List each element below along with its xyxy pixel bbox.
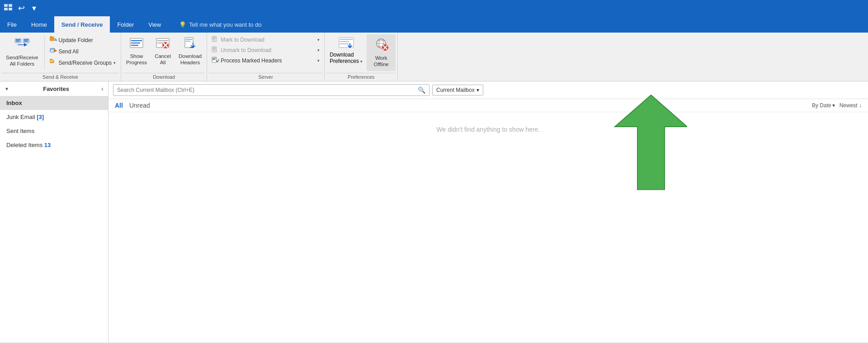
- mark-to-download-arrow: ▾: [317, 38, 320, 42]
- app-icon: [4, 4, 13, 13]
- menu-item-folder[interactable]: Folder: [110, 16, 141, 33]
- sidebar-collapse-button[interactable]: ‹: [101, 85, 104, 92]
- svg-rect-41: [212, 59, 215, 60]
- send-receive-groups-icon: [50, 59, 57, 67]
- send-receive-all-label: Send/Receive All Folders: [6, 55, 38, 67]
- triangle-down-icon: ▼: [5, 86, 9, 91]
- show-progress-button[interactable]: Show Progress: [123, 34, 150, 68]
- newest-label: Newest ↓: [840, 102, 862, 109]
- svg-rect-11: [50, 36, 52, 37]
- search-input[interactable]: [117, 87, 418, 93]
- work-offline-button[interactable]: Work Offline: [367, 34, 396, 71]
- ribbon-group-preferences-content: Download Preferences ▾: [326, 34, 396, 73]
- cancel-all-icon: [156, 37, 170, 52]
- menu-search-label: Tell me what you want to do: [189, 21, 261, 28]
- unmark-to-download-label: Unmark to Download: [221, 47, 271, 53]
- svg-rect-24: [157, 40, 168, 41]
- quick-access-button[interactable]: ▾: [30, 3, 38, 13]
- ribbon-group-server-content: Mark to Download ▾: [209, 34, 322, 73]
- work-offline-label: Work Offline: [374, 55, 389, 68]
- svg-rect-17: [50, 60, 53, 61]
- process-marked-headers-button[interactable]: Process Marked Headers ▾: [209, 55, 322, 66]
- download-headers-label: Download Headers: [179, 53, 202, 66]
- download-preferences-button[interactable]: Download Preferences ▾: [326, 34, 366, 67]
- svg-rect-14: [51, 50, 53, 51]
- svg-rect-43: [340, 39, 353, 40]
- by-date-button[interactable]: By Date ▾: [812, 102, 835, 109]
- ribbon-stack-sr: Update Folder: [47, 34, 119, 68]
- filter-bar: All Unread By Date ▾ Newest ↓: [108, 99, 868, 112]
- server-btn-stack: Mark to Download ▾: [209, 34, 322, 66]
- empty-state: We didn't find anything to show here.: [108, 112, 868, 342]
- ribbon-group-download-content: Show Progress: [123, 34, 205, 73]
- mark-to-download-label: Mark to Download: [221, 37, 264, 43]
- svg-rect-3: [9, 8, 12, 10]
- menu-item-home[interactable]: Home: [24, 16, 54, 33]
- junk-email-count: [3]: [37, 114, 44, 120]
- sent-items-label: Sent Items: [6, 128, 34, 134]
- svg-rect-1: [9, 4, 12, 7]
- svg-rect-34: [212, 38, 215, 39]
- send-all-icon: [50, 48, 57, 55]
- favorites-label: Favorites: [43, 86, 69, 92]
- download-headers-button[interactable]: Download Headers: [175, 34, 205, 68]
- main-layout: ▼ Favorites ‹ Inbox Junk Email [3] Sent …: [0, 81, 868, 342]
- svg-rect-18: [50, 62, 52, 62]
- svg-rect-20: [131, 40, 142, 41]
- sidebar-item-inbox[interactable]: Inbox: [0, 96, 108, 110]
- menu-item-file[interactable]: File: [0, 16, 24, 33]
- svg-rect-16: [50, 59, 52, 60]
- inbox-label: Inbox: [6, 100, 22, 106]
- svg-rect-5: [16, 39, 20, 40]
- cancel-all-button[interactable]: Cancel All: [151, 34, 175, 68]
- svg-rect-9: [24, 41, 28, 42]
- svg-rect-0: [4, 4, 8, 7]
- sidebar-item-sent-items[interactable]: Sent Items: [0, 124, 108, 138]
- ribbon-group-send-receive-content: Send/Receive All Folders: [2, 34, 119, 73]
- svg-rect-22: [131, 45, 138, 46]
- send-receive-all-button[interactable]: Send/Receive All Folders: [2, 34, 42, 70]
- sidebar-item-deleted-items[interactable]: Deleted Items 13: [0, 138, 108, 152]
- current-mailbox-dropdown-icon: ▾: [476, 87, 479, 93]
- sidebar-header: ▼ Favorites ‹: [0, 81, 108, 96]
- menu-item-view[interactable]: View: [141, 16, 168, 33]
- filter-unread-button[interactable]: Unread: [129, 102, 150, 109]
- ribbon: Send/Receive All Folders: [0, 33, 868, 81]
- menu-search: 💡 Tell me what you want to do: [179, 16, 261, 33]
- svg-rect-30: [186, 39, 192, 40]
- cancel-all-label: Cancel All: [155, 53, 171, 66]
- sidebar-item-junk-email[interactable]: Junk Email [3]: [0, 110, 108, 124]
- send-receive-all-icon: [14, 37, 30, 55]
- undo-button[interactable]: ↩: [16, 3, 27, 13]
- search-icon[interactable]: 🔍: [418, 86, 425, 94]
- send-all-button[interactable]: Send All: [47, 46, 119, 57]
- download-preferences-label: Download Preferences ▾: [330, 52, 363, 64]
- filter-all-button[interactable]: All: [115, 102, 123, 109]
- unmark-to-download-button[interactable]: Unmark to Download ▾: [209, 45, 322, 55]
- update-folder-button[interactable]: Update Folder: [47, 34, 119, 46]
- mark-to-download-button[interactable]: Mark to Download ▾: [209, 34, 322, 45]
- junk-email-label: Junk Email: [6, 114, 35, 120]
- process-marked-label: Process Marked Headers: [221, 57, 282, 64]
- unmark-to-download-icon: [212, 46, 219, 54]
- current-mailbox-button[interactable]: Current Mailbox ▾: [432, 85, 483, 95]
- send-receive-groups-label: Send/Receive Groups: [59, 60, 112, 66]
- svg-rect-31: [186, 41, 190, 42]
- svg-rect-2: [4, 8, 8, 10]
- show-progress-label: Show Progress: [126, 53, 147, 66]
- title-bar: ↩ ▾: [0, 0, 868, 16]
- filter-right: By Date ▾ Newest ↓: [812, 102, 862, 109]
- svg-rect-10: [50, 37, 54, 41]
- svg-rect-13: [51, 49, 54, 50]
- newest-button[interactable]: Newest ↓: [840, 102, 862, 109]
- send-receive-groups-button[interactable]: Send/Receive Groups ▾: [47, 57, 119, 68]
- deleted-items-count: 13: [44, 142, 51, 148]
- search-input-wrap: 🔍: [113, 84, 429, 96]
- update-folder-icon: [50, 36, 57, 44]
- svg-rect-6: [16, 41, 19, 42]
- work-offline-icon: [373, 38, 389, 54]
- content-area: 🔍 Current Mailbox ▾ All Unread By Date ▾: [108, 81, 868, 342]
- ribbon-group-download: Show Progress: [121, 33, 207, 81]
- ribbon-group-server-label: Server: [209, 73, 322, 81]
- menu-item-send-receive[interactable]: Send / Receive: [54, 16, 110, 33]
